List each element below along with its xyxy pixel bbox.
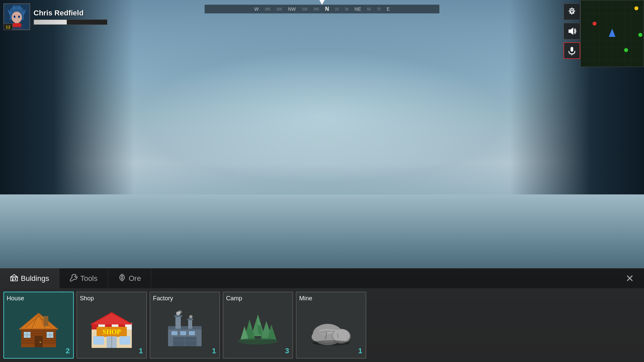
- svg-point-95: [333, 329, 350, 342]
- mine-image: [299, 303, 363, 355]
- compass-e: E: [387, 6, 390, 12]
- svg-rect-79: [187, 318, 193, 320]
- buildings-tab-label: Buldings: [21, 274, 49, 283]
- compass-330: 330: [302, 7, 308, 11]
- compass-60: 60: [367, 7, 371, 11]
- house-count: 2: [66, 347, 70, 355]
- svg-text:SHOP: SHOP: [103, 328, 121, 336]
- svg-point-81: [178, 310, 182, 314]
- svg-rect-17: [571, 47, 573, 52]
- svg-point-96: [312, 332, 324, 342]
- building-card-mine[interactable]: Mine: [296, 292, 366, 359]
- ore-tab-label: Ore: [129, 274, 141, 283]
- svg-rect-14: [12, 23, 21, 27]
- mine-title: Mine: [299, 295, 312, 302]
- minimap-grid: [581, 0, 644, 67]
- svg-rect-69: [168, 326, 202, 329]
- settings-button[interactable]: [564, 3, 580, 20]
- svg-point-91: [238, 338, 278, 345]
- compass-ne: NE: [355, 6, 361, 12]
- svg-rect-44: [35, 336, 43, 347]
- svg-point-15: [571, 10, 573, 13]
- svg-rect-27: [12, 278, 13, 281]
- svg-rect-67: [119, 336, 130, 345]
- svg-point-7: [12, 12, 22, 23]
- compass: W 285 300 NW 330 345 N 15 30 NE 60 75 E: [205, 0, 439, 13]
- factory-title: Factory: [153, 295, 173, 302]
- avatar-container: 12: [3, 3, 30, 30]
- health-bar-fill: [34, 20, 67, 24]
- compass-300: 300: [276, 7, 282, 11]
- svg-point-21: [634, 6, 638, 10]
- ore-tab-icon: [118, 274, 126, 283]
- svg-point-22: [593, 21, 597, 25]
- tab-bar: Buldings Tools Ore ✕: [0, 268, 644, 288]
- house-image: [7, 303, 70, 355]
- audio-button[interactable]: [564, 23, 580, 40]
- player-info: 12 Chris Redfield: [3, 3, 107, 30]
- bottom-panel: Buldings Tools Ore ✕ Hous: [0, 268, 644, 362]
- svg-rect-71: [180, 331, 186, 335]
- buildings-tab-icon: [10, 274, 18, 283]
- svg-point-45: [40, 342, 41, 343]
- factory-image: [153, 303, 217, 355]
- svg-point-97: [313, 340, 350, 346]
- svg-marker-84: [258, 314, 263, 336]
- svg-rect-70: [171, 331, 177, 335]
- svg-marker-61: [92, 313, 132, 324]
- building-card-camp[interactable]: Camp: [223, 292, 293, 359]
- compass-bar: W 285 300 NW 330 345 N 15 30 NE 60 75 E: [205, 5, 439, 13]
- compass-75: 75: [377, 7, 381, 11]
- compass-15: 15: [335, 7, 339, 11]
- svg-point-25: [624, 48, 628, 52]
- compass-nw: NW: [288, 6, 296, 12]
- health-bar: [34, 19, 107, 25]
- tab-tools[interactable]: Tools: [59, 268, 108, 288]
- shop-image: SHOP: [80, 303, 144, 355]
- compass-30: 30: [345, 7, 348, 11]
- compass-n: N: [325, 6, 329, 12]
- house-title: House: [7, 295, 24, 302]
- svg-rect-72: [189, 331, 195, 335]
- mic-button[interactable]: [564, 42, 580, 59]
- tools-tab-icon: [69, 274, 77, 283]
- camp-title: Camp: [226, 295, 242, 302]
- building-card-factory[interactable]: Factory: [150, 292, 220, 359]
- mine-count: 1: [358, 347, 362, 355]
- minimap: [580, 0, 644, 67]
- factory-count: 1: [212, 347, 216, 355]
- svg-marker-16: [569, 27, 573, 35]
- svg-point-11: [18, 16, 19, 17]
- shop-title: Shop: [80, 295, 94, 302]
- svg-point-82: [189, 315, 193, 318]
- tools-tab-label: Tools: [80, 274, 97, 283]
- tab-ore[interactable]: Ore: [108, 268, 152, 288]
- svg-point-10: [14, 16, 15, 17]
- top-right-controls: [564, 3, 580, 59]
- shop-count: 1: [139, 347, 143, 355]
- player-name: Chris Redfield: [34, 9, 107, 17]
- camp-image: [226, 303, 290, 355]
- compass-arrow: [319, 0, 325, 5]
- svg-point-24: [638, 33, 642, 37]
- camp-count: 3: [285, 347, 289, 355]
- buildings-grid: House: [0, 288, 644, 362]
- svg-rect-28: [15, 278, 16, 280]
- compass-285: 285: [265, 7, 270, 11]
- tab-buildings[interactable]: Buldings: [0, 268, 59, 288]
- close-button[interactable]: ✕: [615, 268, 644, 288]
- svg-rect-76: [175, 316, 181, 329]
- level-badge: 12: [3, 23, 13, 30]
- svg-rect-77: [188, 319, 192, 329]
- svg-rect-66: [93, 336, 104, 345]
- building-card-house[interactable]: House: [3, 292, 74, 359]
- compass-345: 345: [314, 7, 319, 11]
- compass-w: W: [254, 6, 259, 12]
- player-details: Chris Redfield: [34, 9, 107, 25]
- building-card-shop[interactable]: Shop: [76, 292, 147, 359]
